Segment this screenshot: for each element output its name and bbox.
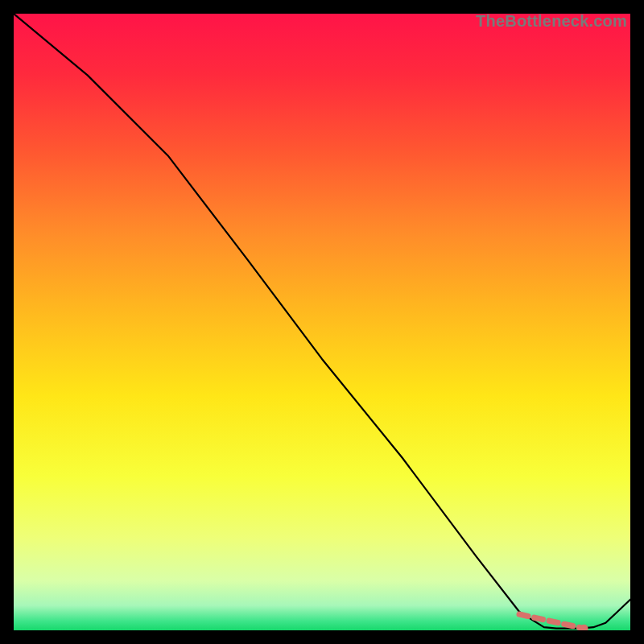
marker-dash: [549, 621, 558, 622]
watermark-text: TheBottleneck.com: [476, 12, 627, 31]
chart-frame: TheBottleneck.com: [14, 14, 630, 630]
chart-background: [14, 14, 630, 630]
marker-dash: [519, 614, 528, 616]
chart-canvas: [14, 14, 630, 630]
marker-dash: [564, 624, 573, 625]
marker-dash: [535, 617, 543, 619]
